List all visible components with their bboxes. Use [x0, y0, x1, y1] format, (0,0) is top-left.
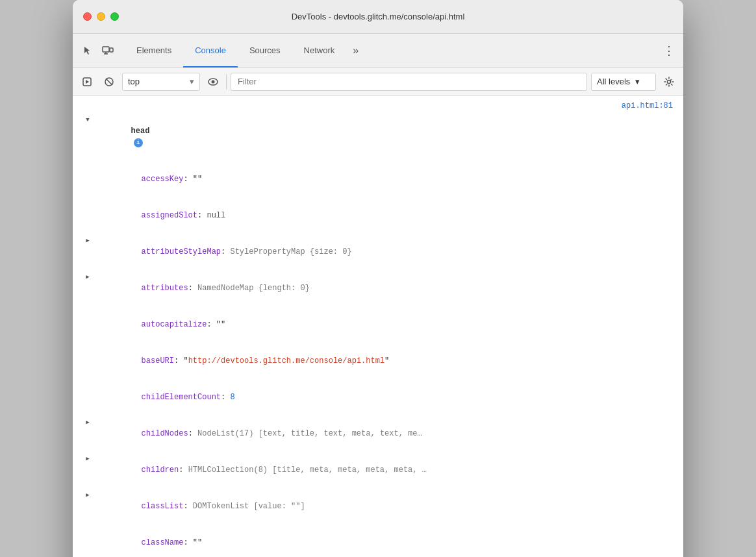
- prop-value-classname: "": [193, 538, 202, 547]
- prop-value-autocapitalize: "": [216, 320, 225, 329]
- context-arrow: ▾: [190, 77, 194, 86]
- tab-network[interactable]: Network: [292, 34, 347, 68]
- prop-name-accesskey: accessKey: [142, 175, 184, 184]
- levels-arrow: ▾: [635, 77, 640, 86]
- run-script-button[interactable]: [78, 73, 96, 91]
- tab-more-button[interactable]: »: [346, 34, 365, 67]
- prop-name-childelementcount: childElementCount: [142, 393, 221, 402]
- prop-name-attributes: attributes: [142, 284, 188, 293]
- console-content: api.html:81 head i accessKey: "" assigne…: [73, 96, 683, 557]
- svg-marker-5: [86, 80, 89, 84]
- head-expand-arrow[interactable]: [83, 114, 92, 126]
- file-reference[interactable]: api.html:81: [73, 99, 683, 113]
- toolbar-divider: [226, 74, 227, 90]
- tab-sources[interactable]: Sources: [238, 34, 292, 68]
- prop-name-classname: className: [142, 538, 184, 547]
- device-icon[interactable]: [99, 42, 117, 60]
- list-item: attributes: NamedNodeMap {length: 0}: [73, 270, 683, 306]
- context-selector[interactable]: top ▾: [122, 73, 200, 91]
- head-entry: head i: [73, 113, 683, 161]
- svg-line-7: [106, 79, 112, 85]
- prop-name-children: children: [142, 465, 179, 475]
- title-bar: DevTools - devtools.glitch.me/console/ap…: [73, 0, 683, 34]
- list-item: classList: DOMTokenList [value: ""]: [73, 488, 683, 525]
- tab-bar-icons: [78, 42, 117, 60]
- prop-name-classlist: classList: [142, 502, 184, 511]
- prop-name-autocapitalize: autocapitalize: [142, 320, 207, 329]
- prop-value-baseuri-quote-open: ": [183, 356, 188, 365]
- list-item: childNodes: NodeList(17) [text, title, t…: [73, 415, 683, 452]
- clear-console-button[interactable]: [100, 73, 118, 91]
- expand-classlist[interactable]: [83, 489, 92, 501]
- prop-value-baseuri-quote-close: ": [384, 356, 389, 365]
- cursor-icon[interactable]: [78, 42, 96, 60]
- list-item: assignedSlot: null: [73, 197, 683, 234]
- levels-label: All levels: [597, 77, 630, 86]
- list-item: children: HTMLCollection(8) [title, meta…: [73, 452, 683, 488]
- toolbar: top ▾ All levels ▾: [73, 68, 683, 96]
- info-badge[interactable]: i: [134, 138, 143, 147]
- tab-console[interactable]: Console: [183, 34, 238, 68]
- close-button[interactable]: [83, 12, 92, 21]
- expand-attributestylemap[interactable]: [83, 235, 92, 247]
- prop-value-childnodes: NodeList(17) [text, title, text, meta, t…: [197, 429, 422, 438]
- tab-elements[interactable]: Elements: [125, 34, 183, 68]
- prop-value-children: HTMLCollection(8) [title, meta, meta, me…: [188, 465, 427, 475]
- prop-name-childnodes: childNodes: [142, 429, 188, 438]
- prop-value-attributes: NamedNodeMap {length: 0}: [197, 284, 310, 293]
- prop-name-attributestylemap: attributeStyleMap: [142, 247, 221, 256]
- window-title: DevTools - devtools.glitch.me/console/ap…: [292, 12, 465, 21]
- svg-rect-0: [103, 47, 109, 52]
- prop-value-classlist: DOMTokenList [value: ""]: [193, 502, 305, 511]
- more-menu-button[interactable]: ⋮: [660, 42, 678, 60]
- tab-bar: Elements Console Sources Network » ⋮: [73, 34, 683, 68]
- context-value: top: [128, 77, 140, 86]
- prop-value-baseuri-url: http://devtools.glitch.me/console/api.ht…: [188, 356, 384, 365]
- expand-childnodes[interactable]: [83, 417, 92, 428]
- settings-button[interactable]: [660, 73, 678, 91]
- prop-value-assignedslot: null: [207, 211, 225, 220]
- expand-attributes[interactable]: [83, 271, 92, 283]
- maximize-button[interactable]: [110, 12, 119, 21]
- filter-input[interactable]: [231, 73, 587, 91]
- eye-button[interactable]: [204, 73, 222, 91]
- prop-name-baseuri: baseURI: [142, 356, 174, 365]
- head-label: head: [131, 127, 150, 136]
- prop-value-attributestylemap: StylePropertyMap {size: 0}: [230, 247, 351, 256]
- tabs: Elements Console Sources Network »: [125, 34, 660, 67]
- minimize-button[interactable]: [97, 12, 105, 21]
- tab-bar-end: ⋮: [660, 42, 678, 60]
- list-item: childElementCount: 8: [73, 379, 683, 415]
- svg-point-9: [212, 80, 215, 83]
- svg-rect-1: [110, 48, 113, 52]
- levels-selector[interactable]: All levels ▾: [591, 73, 656, 91]
- list-item: baseURI: "http://devtools.glitch.me/cons…: [73, 343, 683, 379]
- list-item: autocapitalize: "": [73, 306, 683, 343]
- devtools-window: DevTools - devtools.glitch.me/console/ap…: [73, 0, 683, 557]
- prop-value-childelementcount: 8: [230, 393, 234, 402]
- traffic-lights: [83, 12, 119, 21]
- list-item: attributeStyleMap: StylePropertyMap {siz…: [73, 234, 683, 270]
- list-item: accessKey: "": [73, 161, 683, 197]
- expand-children[interactable]: [83, 453, 92, 465]
- prop-name-assignedslot: assignedSlot: [142, 211, 197, 220]
- prop-value-accesskey: "": [193, 175, 202, 184]
- list-item: className: "": [73, 525, 683, 557]
